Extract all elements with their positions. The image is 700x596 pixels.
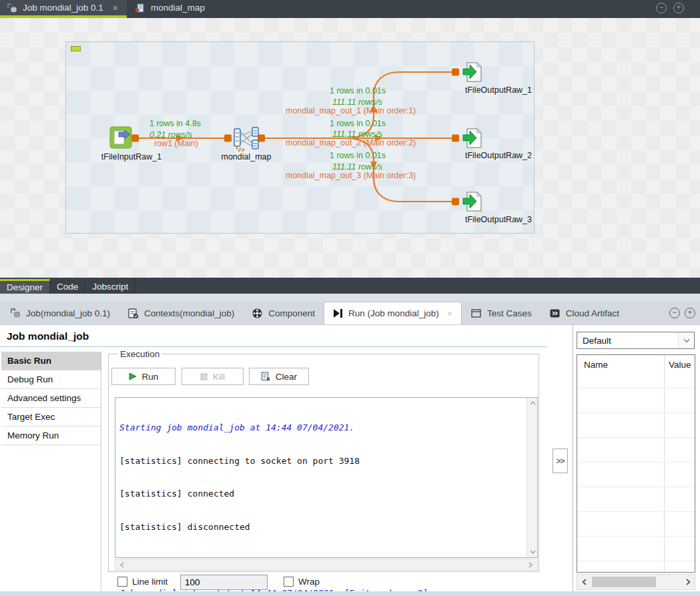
scroll-right-icon[interactable]: [683, 577, 693, 587]
panel-maximize-icon[interactable]: +: [685, 308, 695, 318]
run-icon: [333, 308, 343, 318]
port-map-in[interactable]: [224, 135, 232, 142]
contexts-icon: [127, 308, 139, 319]
kill-button[interactable]: Kill: [182, 368, 244, 385]
sidebar-item-debug-run[interactable]: Debug Run: [1, 370, 101, 389]
table-row: [577, 462, 695, 463]
context-select[interactable]: Default: [577, 332, 695, 349]
table-row: [577, 388, 695, 388]
file-output-icon: [462, 61, 485, 83]
component-label[interactable]: tFileOutputRaw_3: [459, 215, 538, 224]
table-row: [577, 536, 695, 537]
editor-tab-map[interactable]: mondial_map: [128, 0, 222, 15]
tab-contexts[interactable]: Contexts(mondial_job): [119, 302, 243, 324]
tab-test-cases[interactable]: Test Cases: [462, 302, 541, 324]
sidebar-item-memory-run[interactable]: Memory Run: [1, 426, 101, 445]
editor-tab-map-label: mondial_map: [151, 3, 205, 13]
console-output[interactable]: Starting job mondial_job at 14:44 07/04/…: [115, 397, 538, 558]
scroll-down-icon[interactable]: [527, 547, 538, 557]
component-tfileoutputraw-2[interactable]: [462, 127, 485, 150]
editor-tab-job[interactable]: Job mondial_job 0.1 ×: [0, 0, 127, 15]
panel-divider[interactable]: [573, 325, 573, 591]
clear-button[interactable]: Clear: [249, 368, 309, 385]
tab-cloud-artifact[interactable]: Cloud Artifact: [541, 302, 628, 324]
connection-label-out2[interactable]: mondial_map_out_2 (Main order:2): [286, 138, 416, 147]
line-limit-label: Line limit: [132, 577, 167, 587]
connection-label-out1[interactable]: mondial_map_out_1 (Main order:1): [286, 106, 416, 115]
column-header-value[interactable]: Value: [669, 360, 691, 370]
sidebar-divider[interactable]: [101, 352, 101, 591]
table-row: [577, 412, 695, 413]
tab-code[interactable]: Code: [50, 279, 85, 294]
stats-rows: 1 rows in 0.01s: [330, 86, 386, 95]
port-out3-in[interactable]: [452, 198, 459, 206]
sidebar-item-advanced-settings[interactable]: Advanced settings: [1, 389, 101, 408]
port-out1-in[interactable]: [452, 69, 459, 76]
line-limit-input[interactable]: [180, 575, 268, 590]
component-tfileoutputraw-1[interactable]: [462, 61, 485, 83]
play-icon: [129, 372, 137, 380]
run-button[interactable]: Run: [111, 368, 176, 385]
stats-rate: 111.11 rows/s: [332, 162, 382, 172]
minimize-icon[interactable]: −: [656, 3, 667, 13]
stats-rows: 1 rows in 4.8s: [149, 119, 201, 128]
maximize-icon[interactable]: +: [673, 3, 684, 13]
console-line: [statistics] disconnected: [119, 522, 524, 533]
scroll-left-icon[interactable]: [117, 559, 127, 570]
console-vertical-scrollbar[interactable]: [527, 398, 537, 557]
close-icon[interactable]: ×: [113, 3, 118, 13]
sidebar-item-basic-run[interactable]: Basic Run: [1, 352, 101, 370]
chevron-down-icon[interactable]: [678, 332, 694, 348]
stats-rows: 1 rows in 0.01s: [330, 151, 386, 160]
tab-component[interactable]: Component: [243, 302, 324, 324]
component-label[interactable]: tFileOutputRaw_1: [459, 85, 538, 95]
sidebar-item-target-exec[interactable]: Target Exec: [1, 408, 101, 426]
component-tfileoutputraw-3[interactable]: [462, 190, 485, 213]
console-line: [statistics] connected: [119, 489, 524, 500]
tab-designer[interactable]: Designer: [0, 279, 50, 294]
context-variables-table[interactable]: Name Value: [577, 354, 695, 573]
close-icon[interactable]: ×: [447, 308, 452, 319]
line-limit-checkbox[interactable]: [117, 577, 127, 587]
title-underline: [0, 346, 547, 347]
component-mondial-map[interactable]: [232, 126, 261, 152]
tmap-icon: [232, 126, 261, 152]
panel-minimize-icon[interactable]: −: [669, 308, 680, 318]
port-input-out[interactable]: [131, 135, 139, 142]
component-label[interactable]: mondial_map: [212, 152, 280, 162]
column-header-name[interactable]: Name: [584, 360, 608, 370]
view-tab-bar: Designer Code Jobscript: [0, 278, 700, 294]
table-row: [577, 511, 695, 512]
stats-rate: 111.11 rows/s: [332, 129, 382, 139]
wrap-checkbox[interactable]: [284, 577, 294, 587]
connection-label-row1[interactable]: row1 (Main): [154, 139, 198, 148]
job-icon: [7, 3, 17, 13]
context-table-scrollbar[interactable]: [577, 574, 695, 590]
scroll-left-icon[interactable]: [579, 577, 589, 587]
window-edge: [0, 591, 700, 596]
tab-job-panel[interactable]: Job(mondial_job 0.1): [1, 302, 119, 324]
console-line: Starting job mondial_job at 14:44 07/04/…: [119, 422, 524, 434]
wrap-label: Wrap: [298, 577, 320, 587]
component-label[interactable]: tFileInputRaw_1: [92, 152, 171, 162]
scrollbar-thumb[interactable]: [592, 577, 656, 587]
tab-run[interactable]: Run (Job mondial_job) ×: [324, 302, 462, 324]
port-out2-in[interactable]: [452, 135, 459, 142]
scroll-up-icon[interactable]: [527, 398, 538, 408]
stats-rate: 111.11 rows/s: [332, 97, 382, 107]
editor-tab-job-label: Job mondial_job 0.1: [23, 3, 103, 13]
console-horizontal-scrollbar[interactable]: [115, 559, 538, 571]
test-cases-icon: [470, 308, 482, 319]
connection-label-out3[interactable]: mondial_map_out_3 (Main order:3): [286, 171, 416, 180]
console-line: [statistics] connecting to socket on por…: [119, 456, 524, 467]
file-output-icon: [462, 127, 485, 150]
component-tfileinputraw[interactable]: [109, 126, 132, 149]
component-label[interactable]: tFileOutputRaw_2: [459, 151, 538, 160]
cloud-artifact-icon: [549, 308, 561, 319]
map-icon: [135, 3, 145, 13]
table-row: [577, 437, 695, 438]
expand-panel-button[interactable]: >>: [553, 449, 568, 473]
tab-jobscript[interactable]: Jobscript: [85, 279, 135, 294]
scroll-right-icon[interactable]: [525, 559, 536, 570]
separator-strip: [0, 294, 700, 302]
